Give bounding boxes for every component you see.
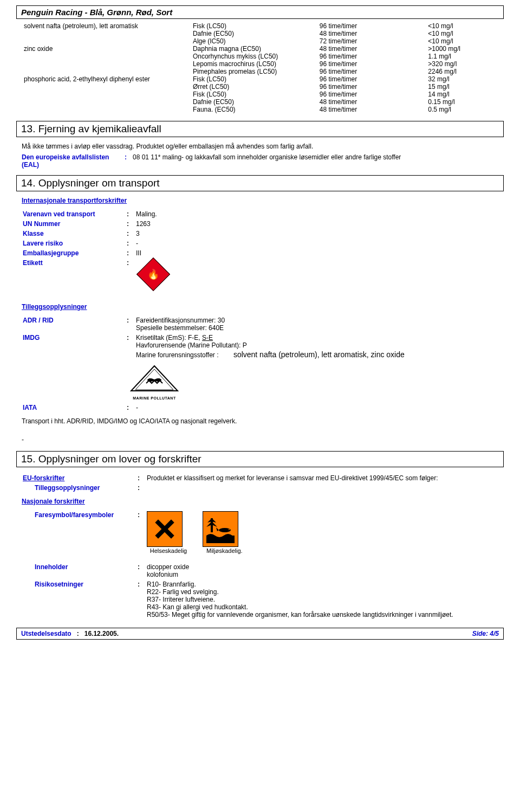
adr-k: ADR / RID: [23, 317, 54, 324]
harmful-hazard-icon: [147, 511, 183, 547]
varenavn-v: Maling.: [136, 210, 165, 218]
ecotox-row: Ørret (LC50)96 time/timer15 mg/l: [22, 83, 498, 91]
page-footer: Utstedelsesdato : 16.12.2005. Side: 4/5: [16, 628, 504, 640]
iata-v: -: [136, 403, 138, 412]
risiko-line: R10- Brannfarlig.: [147, 581, 497, 588]
un-k: UN Nummer: [23, 220, 60, 228]
svg-point-9: [219, 528, 231, 532]
transport-note: Transport i hht. ADR/RID, IMDG/IMO og IC…: [16, 415, 504, 427]
eal-value: 08 01 11* maling- og lakkavfall som inne…: [133, 153, 498, 161]
imdg-v1: Krisetiltak (EmS): F-E, S-E: [136, 334, 405, 341]
ecotox-row: solvent nafta (petroleum), lett aromatis…: [22, 22, 498, 30]
faresymbol-k: Faresymbol/faresymboler: [35, 511, 114, 519]
risiko-line: R37- Irriterer luftveiene.: [147, 596, 497, 603]
s13-text: Må ikke tømmes i avløp eller vassdrag. P…: [16, 140, 504, 152]
environment-hazard-icon: [203, 511, 238, 547]
varenavn-k: Varenavn ved transport: [23, 210, 95, 218]
ecotox-row: Alge (IC50)72 time/timer<10 mg/l: [22, 37, 498, 45]
eu-k: EU-forskrifter: [23, 474, 64, 482]
emb-k: Emballasjegruppe: [23, 249, 79, 257]
emb-v: III: [136, 249, 165, 257]
inneholder-v1: dicopper oxide: [147, 563, 497, 571]
tillegg15-k: Tilleggsopplysninger: [35, 484, 100, 492]
risiko-line: R43- Kan gi allergi ved hudkontakt.: [147, 603, 497, 611]
ecotox-row: Fauna. (EC50)48 time/timer0.5 mg/l: [22, 106, 498, 113]
nasj-k: Nasjonale forskrifter: [22, 498, 85, 505]
ecotox-row: zinc oxideDaphnia magna (EC50)48 time/ti…: [22, 45, 498, 53]
ecotox-row: Pimephales promelas (LC50)96 time/timer2…: [22, 68, 498, 75]
section-14-heading: 14. Opplysninger om transport: [16, 175, 504, 191]
lavere-v: -: [136, 239, 165, 248]
eu-v: Produktet er klassifisert og merket for …: [147, 474, 497, 482]
klasse-v: 3: [136, 229, 165, 238]
adr-v1: Fareidentifikasjonsnummer: 30: [136, 317, 405, 324]
intl-transport-label: Internasjonale transportforskrifter: [22, 197, 127, 204]
ecotox-row: Lepomis macrochirus (LC50)96 time/timer>…: [22, 60, 498, 68]
un-v: 1263: [136, 220, 165, 228]
inneholder-k: Inneholder: [35, 563, 68, 571]
page-num: Side: 4/5: [472, 630, 499, 637]
imdg-v2: Havforurensende (Marine Pollutant): P: [136, 341, 405, 349]
iata-k: IATA: [23, 404, 37, 411]
imdg-k: IMDG: [23, 334, 40, 341]
ecotox-row: Dafnie (EC50)48 time/timer0.15 mg/l: [22, 98, 498, 106]
eal-label: Den europeiske avfallslisten (EAL): [22, 153, 125, 169]
ecotox-row: phosphoric acid, 2-ethylhexyl diphenyl e…: [22, 75, 498, 83]
section-13-heading: 13. Fjerning av kjemikalieavfall: [16, 121, 504, 137]
lavere-k: Lavere risiko: [23, 240, 63, 247]
imdg-marine-value: solvent nafta (petroleum), lett aromatis…: [233, 350, 405, 359]
page-title: Penguin Racing - Blå, Grønn, Rød, Sort: [16, 5, 504, 19]
section-15-heading: 15. Opplysninger om lover og forskrifter: [16, 451, 504, 467]
imdg-marine-label: Marine forurensningsstoffer :: [136, 351, 219, 359]
inneholder-v2: kolofonium: [147, 571, 497, 578]
colon: :: [125, 153, 133, 161]
etikett-k: Etikett: [23, 259, 43, 267]
ecotox-row: Fisk (LC50)96 time/timer14 mg/l: [22, 91, 498, 98]
dash: -: [16, 434, 504, 446]
haz1-caption: Helseskadelig: [150, 547, 187, 554]
tillegg-label: Tilleggsopplysninger: [22, 303, 87, 311]
ecotox-row: Dafnie (EC50)48 time/timer<10 mg/l: [22, 30, 498, 37]
marine-pollutant-icon: MARINE POLLUTANT: [125, 365, 184, 400]
ecotox-table: solvent nafta (petroleum), lett aromatis…: [16, 22, 504, 113]
risiko-k: Risikosetninger: [35, 581, 83, 588]
adr-v2: Spesielle bestemmelser: 640E: [136, 324, 405, 332]
date-k: Utstedelsesdato: [21, 630, 72, 637]
risiko-line: R22- Farlig ved svelging.: [147, 588, 497, 596]
haz2-caption: Miljøskadelig.: [206, 547, 243, 554]
flammable-hazard-icon: 🔥: [136, 257, 170, 291]
risiko-line: R50/53- Meget giftig for vannlevende org…: [147, 611, 497, 618]
date-v: 16.12.2005.: [84, 630, 119, 637]
svg-point-10: [229, 529, 230, 530]
klasse-k: Klasse: [23, 230, 44, 237]
ecotox-row: Oncorhynchus mykiss (LC50)96 time/timer1…: [22, 53, 498, 60]
